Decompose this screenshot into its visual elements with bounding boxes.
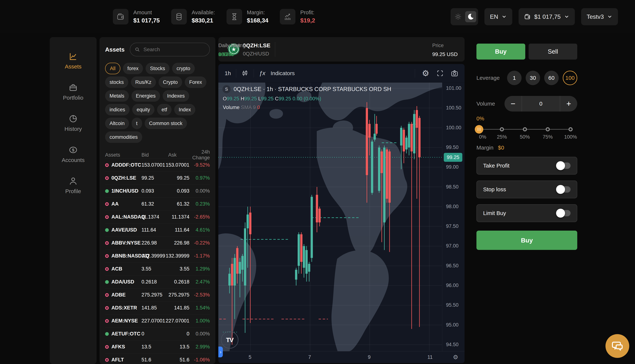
wallet-balance-dropdown[interactable]: $1 017,75 (519, 8, 575, 25)
pie-chart-icon (69, 114, 78, 123)
language-dropdown[interactable]: EN (484, 8, 512, 25)
chart-plot[interactable]: S 0QZH:LSE · 1h · STARBUCKS CORP STARBUC… (218, 82, 465, 351)
take-profit-toggle[interactable] (557, 162, 570, 169)
asset-row-aflt[interactable]: AFLT51.651.6-1.06% (105, 353, 210, 364)
account-dropdown[interactable]: Testv3 (581, 8, 618, 25)
price-tick: 96.00 (446, 282, 459, 288)
filter-chip-equity[interactable]: equity (132, 104, 154, 116)
sidebar-item-accounts[interactable]: $ Accounts (62, 146, 85, 163)
filter-chip-all[interactable]: All (105, 63, 120, 74)
price-tick: 101.00 (446, 85, 461, 91)
asset-row-aem-nyse[interactable]: AEM:NYSE227.07001227.070011.00% (105, 314, 210, 327)
asset-symbol: ACB (105, 266, 141, 272)
asset-row-1inch-usd[interactable]: 1INCH/USD0.0930.0930.00% (105, 184, 210, 198)
volume-increase-button[interactable]: + (560, 96, 577, 112)
interval-button[interactable]: 1h (225, 70, 231, 76)
tab-sell[interactable]: Sell (529, 44, 577, 60)
asset-row-acb[interactable]: ACB3.553.551.29% (105, 262, 210, 275)
filter-chip-metals[interactable]: Metals (105, 90, 129, 102)
filter-chip-crypto[interactable]: Crypto (159, 76, 182, 88)
buy-submit-button[interactable]: Buy (476, 230, 577, 250)
filter-chip-forex[interactable]: Forex (185, 76, 206, 88)
asset-change: 0.00% (189, 188, 210, 194)
filter-chip-altcoin[interactable]: Altcoin (105, 118, 129, 129)
filter-chip-energies[interactable]: Energies (131, 90, 160, 102)
candle-style-icon[interactable] (241, 70, 248, 77)
asset-row-ada-usd[interactable]: ADA/USD0.26180.26182.47% (105, 275, 210, 288)
asset-change: -2.65% (189, 214, 210, 220)
limit-buy-toggle[interactable] (557, 210, 570, 216)
axis-settings-icon[interactable]: ⚙ (453, 354, 458, 361)
slider-rail[interactable] (479, 129, 570, 130)
sidebar-item-portfolio[interactable]: Portfolio (63, 83, 83, 101)
volume-decrease-button[interactable]: − (504, 96, 522, 112)
stat-amount: Amount $1 017,75 (113, 9, 160, 24)
filter-chip-etf[interactable]: etf (157, 104, 172, 116)
user-icon (69, 176, 78, 186)
filter-chip-indexes[interactable]: Indexes (163, 90, 189, 102)
stop-loss-toggle[interactable] (557, 186, 570, 192)
market-status-dot (105, 163, 109, 167)
slider-stop-25[interactable] (500, 127, 504, 131)
asset-row-afks[interactable]: AFKS13.513.52.99% (105, 340, 210, 353)
indicators-button[interactable]: Indicators (270, 70, 295, 76)
price-axis[interactable]: 101.00100.50100.0099.5099.0098.5098.0097… (442, 82, 465, 351)
slider-stop-100[interactable] (568, 127, 573, 131)
filter-chip-commodities[interactable]: commodities (105, 131, 142, 143)
sidebar-item-profile[interactable]: Profile (65, 176, 81, 194)
slider-stop-50[interactable] (523, 127, 527, 131)
time-axis[interactable]: ⚙ 57911 (218, 351, 465, 363)
asset-row-abbv-nyse[interactable]: ABBV:NYSE226.98226.98-0.22% (105, 236, 210, 249)
chat-button[interactable] (605, 334, 629, 358)
filter-chip-common-stock[interactable]: Common stock (145, 118, 187, 129)
asset-bid: 0.093 (141, 188, 166, 194)
slider-value: 0% (476, 116, 577, 122)
sidebar-item-assets[interactable]: Assets (65, 52, 82, 70)
margin-value: $0 (498, 144, 504, 151)
asset-row-aa[interactable]: AA61.3261.320.23% (105, 198, 210, 210)
asset-row-aal-nasdaq[interactable]: AAL:NASDAQ11.137411.1374-2.65% (105, 210, 210, 223)
filter-chip-stocks[interactable]: Stocks (146, 63, 170, 74)
asset-search[interactable] (130, 43, 210, 56)
account-name: Testv3 (587, 13, 604, 20)
asset-row-aave-usd[interactable]: AAVE/USD111.64111.644.61% (105, 223, 210, 236)
tab-buy[interactable]: Buy (476, 44, 525, 60)
market-status-dot (105, 306, 109, 310)
leverage-option-30[interactable]: 30 (526, 71, 540, 85)
fullscreen-icon[interactable] (436, 70, 444, 77)
asset-symbol: 0QZH:LSE (105, 175, 141, 181)
asset-row-ads-xetr[interactable]: ADS:XETR141.85141.851.54% (105, 301, 210, 314)
asset-row-abnb-nasdaq[interactable]: ABNB:NASDAQ132.39999132.39999-1.17% (105, 249, 210, 262)
sidebar-item-history[interactable]: History (65, 114, 82, 132)
volume-value[interactable]: 0 (522, 96, 560, 112)
slider-handle[interactable] (475, 125, 483, 134)
coins-icon (171, 9, 187, 24)
leverage-option-100[interactable]: 100 (563, 71, 577, 85)
theme-toggle[interactable] (451, 8, 478, 25)
moon-icon[interactable] (465, 11, 476, 22)
tradingview-logo[interactable]: TV (221, 331, 238, 348)
filter-chip-t[interactable]: t (132, 118, 142, 129)
filter-chip-index[interactable]: Index (174, 104, 195, 116)
market-status-dot (105, 228, 109, 232)
search-input[interactable] (143, 46, 205, 53)
slider-stop-75[interactable] (546, 127, 550, 131)
account-stats: Amount $1 017,75 Available: $830,21 Marg… (113, 9, 315, 24)
sidebar-nav: Assets Portfolio History $ Accounts Prof… (50, 37, 97, 364)
filter-chip-stocks[interactable]: stocks (105, 76, 128, 88)
sun-icon[interactable] (453, 11, 464, 22)
filter-chip-crypto[interactable]: crypto (172, 63, 195, 74)
filter-chip-forex[interactable]: forex (123, 63, 143, 74)
asset-row-0qzh-lse[interactable]: 0QZH:LSE99.2599.250.97% (105, 172, 210, 184)
camera-icon[interactable] (451, 70, 458, 77)
leverage-option-60[interactable]: 60 (544, 71, 559, 85)
volume-stepper: − 0 + (504, 96, 577, 112)
panel-collapse-handle[interactable]: › (218, 346, 223, 357)
leverage-option-1[interactable]: 1 (507, 71, 522, 85)
filter-chip-indices[interactable]: indices (105, 104, 130, 116)
chart-settings-icon[interactable]: ⚙ (422, 69, 429, 77)
asset-row-aetuf-otc[interactable]: AETUF:OTC000.00% (105, 327, 210, 340)
search-icon (135, 46, 140, 53)
filter-chip-rus-kz[interactable]: Rus/Kz (131, 76, 156, 88)
asset-row-adbe[interactable]: ADBE275.2975275.2975-2.53% (105, 288, 210, 301)
